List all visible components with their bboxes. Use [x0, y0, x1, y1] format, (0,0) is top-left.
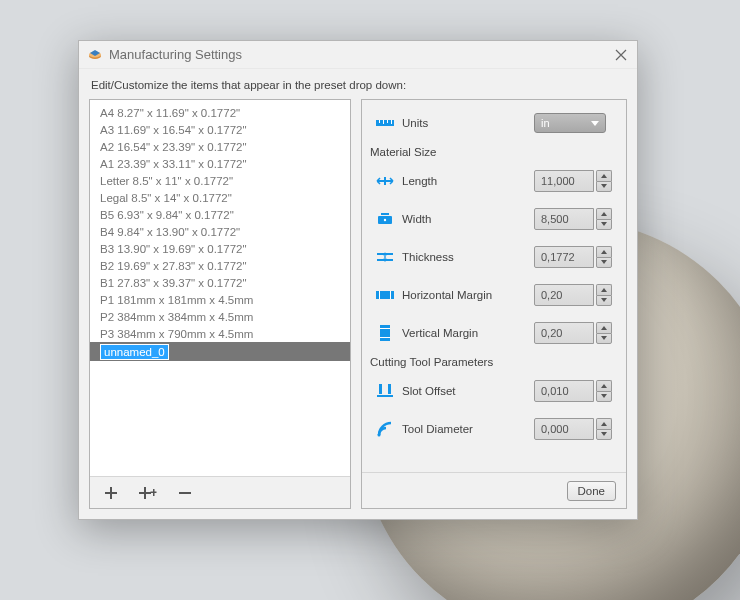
- preset-list[interactable]: A4 8.27" x 11.69" x 0.1772"A3 11.69" x 1…: [90, 100, 350, 476]
- duplicate-preset-button[interactable]: [138, 486, 158, 500]
- slot-offset-up[interactable]: [596, 380, 612, 391]
- slot-offset-icon: [370, 383, 400, 399]
- vmargin-spinner[interactable]: 0,20: [534, 322, 612, 344]
- thickness-down[interactable]: [596, 257, 612, 269]
- chevron-down-icon: [591, 121, 599, 126]
- thickness-up[interactable]: [596, 246, 612, 257]
- remove-preset-button[interactable]: [178, 486, 192, 500]
- width-down[interactable]: [596, 219, 612, 231]
- hmargin-row: Horizontal Margin 0,20: [370, 280, 614, 310]
- preset-item[interactable]: B2 19.69" x 27.83" x 0.1772": [90, 257, 350, 274]
- width-up[interactable]: [596, 208, 612, 219]
- svg-rect-25: [380, 328, 390, 329]
- svg-rect-10: [379, 120, 380, 123]
- tool-diameter-label: Tool Diameter: [400, 423, 534, 435]
- length-value[interactable]: 11,000: [534, 170, 594, 192]
- preset-item[interactable]: A1 23.39" x 33.11" x 0.1772": [90, 155, 350, 172]
- tool-diameter-value[interactable]: 0,000: [534, 418, 594, 440]
- preset-name-input[interactable]: unnamed_0: [100, 344, 169, 360]
- svg-point-18: [384, 219, 386, 221]
- units-label: Units: [400, 117, 534, 129]
- svg-rect-26: [380, 337, 390, 338]
- svg-point-30: [378, 434, 381, 437]
- properties-pane: Units in Material Size Length: [361, 99, 627, 509]
- preset-item[interactable]: A4 8.27" x 11.69" x 0.1772": [90, 104, 350, 121]
- material-size-header: Material Size: [370, 146, 614, 158]
- slot-offset-down[interactable]: [596, 391, 612, 403]
- close-icon[interactable]: [613, 47, 629, 63]
- vmargin-value[interactable]: 0,20: [534, 322, 594, 344]
- preset-item[interactable]: P3 384mm x 790mm x 4.5mm: [90, 325, 350, 342]
- thickness-label: Thickness: [400, 251, 534, 263]
- thickness-row: Thickness 0,1772: [370, 242, 614, 272]
- svg-rect-15: [384, 177, 386, 185]
- width-value[interactable]: 8,500: [534, 208, 594, 230]
- width-spinner[interactable]: 8,500: [534, 208, 612, 230]
- svg-rect-27: [379, 384, 382, 394]
- vmargin-down[interactable]: [596, 333, 612, 345]
- window-title: Manufacturing Settings: [109, 47, 613, 62]
- preset-item[interactable]: Legal 8.5" x 14" x 0.1772": [90, 189, 350, 206]
- vmargin-up[interactable]: [596, 322, 612, 333]
- preset-item[interactable]: B1 27.83" x 39.37" x 0.1772": [90, 274, 350, 291]
- svg-rect-28: [388, 384, 391, 394]
- preset-item[interactable]: B4 9.84" x 13.90" x 0.1772": [90, 223, 350, 240]
- preset-item[interactable]: A3 11.69" x 16.54" x 0.1772": [90, 121, 350, 138]
- hmargin-up[interactable]: [596, 284, 612, 295]
- vmargin-icon: [370, 324, 400, 342]
- preset-item[interactable]: P2 384mm x 384mm x 4.5mm: [90, 308, 350, 325]
- hmargin-spinner[interactable]: 0,20: [534, 284, 612, 306]
- tool-diameter-icon: [370, 420, 400, 438]
- add-preset-button[interactable]: [104, 486, 118, 500]
- width-label: Width: [400, 213, 534, 225]
- slot-offset-label: Slot Offset: [400, 385, 534, 397]
- units-icon: [370, 116, 400, 130]
- thickness-icon: [370, 250, 400, 264]
- length-spinner[interactable]: 11,000: [534, 170, 612, 192]
- vmargin-label: Vertical Margin: [400, 327, 534, 339]
- preset-item[interactable]: Letter 8.5" x 11" x 0.1772": [90, 172, 350, 189]
- hmargin-down[interactable]: [596, 295, 612, 307]
- units-value: in: [541, 117, 550, 129]
- thickness-spinner[interactable]: 0,1772: [534, 246, 612, 268]
- preset-item[interactable]: B3 13.90" x 19.69" x 0.1772": [90, 240, 350, 257]
- preset-list-pane: A4 8.27" x 11.69" x 0.1772"A3 11.69" x 1…: [89, 99, 351, 509]
- slot-offset-spinner[interactable]: 0,010: [534, 380, 612, 402]
- vmargin-row: Vertical Margin 0,20: [370, 318, 614, 348]
- thickness-value[interactable]: 0,1772: [534, 246, 594, 268]
- svg-rect-5: [139, 492, 151, 494]
- instruction-text: Edit/Customize the items that appear in …: [79, 69, 637, 99]
- svg-rect-7: [151, 491, 157, 493]
- hmargin-icon: [370, 288, 400, 302]
- svg-rect-8: [179, 492, 191, 494]
- cutting-params-header: Cutting Tool Parameters: [370, 356, 614, 368]
- units-select[interactable]: in: [534, 113, 606, 133]
- tool-diameter-down[interactable]: [596, 429, 612, 441]
- preset-item[interactable]: B5 6.93" x 9.84" x 0.1772": [90, 206, 350, 223]
- width-row: Width 8,500: [370, 204, 614, 234]
- svg-rect-23: [390, 291, 391, 299]
- svg-rect-24: [380, 325, 390, 341]
- length-down[interactable]: [596, 181, 612, 193]
- preset-item[interactable]: A2 16.54" x 23.39" x 0.1772": [90, 138, 350, 155]
- width-icon: [370, 211, 400, 227]
- preset-toolbar: [90, 476, 350, 508]
- preset-item-editing[interactable]: unnamed_0: [90, 342, 350, 361]
- tool-diameter-up[interactable]: [596, 418, 612, 429]
- svg-rect-3: [105, 492, 117, 494]
- length-up[interactable]: [596, 170, 612, 181]
- units-row: Units in: [370, 108, 614, 138]
- length-row: Length 11,000: [370, 166, 614, 196]
- svg-rect-22: [379, 291, 380, 299]
- tool-diameter-spinner[interactable]: 0,000: [534, 418, 612, 440]
- slot-offset-value[interactable]: 0,010: [534, 380, 594, 402]
- done-button[interactable]: Done: [567, 481, 617, 501]
- preset-item[interactable]: P1 181mm x 181mm x 4.5mm: [90, 291, 350, 308]
- length-icon: [370, 174, 400, 188]
- app-icon: [87, 47, 103, 63]
- hmargin-value[interactable]: 0,20: [534, 284, 594, 306]
- svg-rect-29: [377, 395, 393, 397]
- length-label: Length: [400, 175, 534, 187]
- hmargin-label: Horizontal Margin: [400, 289, 534, 301]
- slot-offset-row: Slot Offset 0,010: [370, 376, 614, 406]
